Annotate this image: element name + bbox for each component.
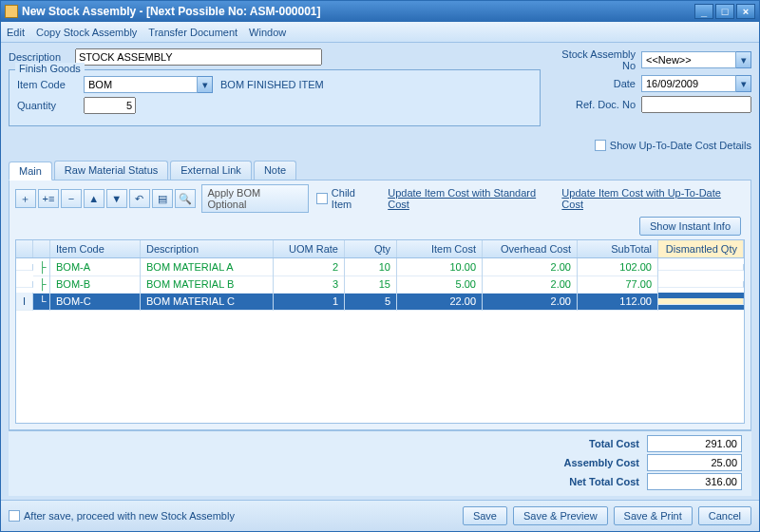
refdoc-label: Ref. Doc. No xyxy=(576,99,636,110)
apply-bom-optional-button[interactable]: Apply BOM Optional xyxy=(201,184,309,213)
col-overhead-cost[interactable]: Overhead Cost xyxy=(483,240,578,257)
menu-copy-stock-assembly[interactable]: Copy Stock Assembly xyxy=(36,27,137,38)
net-total-label: Net Total Cost xyxy=(569,476,639,487)
cell-item-cost[interactable]: 22.00 xyxy=(397,293,483,311)
assembly-no-dropdown[interactable]: ▾ xyxy=(736,51,751,68)
after-save-label: After save, proceed with new Stock Assem… xyxy=(24,510,235,522)
item-code-name: BOM FINISHED ITEM xyxy=(220,79,324,90)
col-dismantled-qty[interactable]: Dismantled Qty xyxy=(658,240,744,257)
col-uom-rate[interactable]: UOM Rate xyxy=(274,240,345,257)
cell-overhead[interactable]: 2.00 xyxy=(483,276,578,294)
description-label: Description xyxy=(9,51,75,63)
insert-row-button[interactable]: +≡ xyxy=(38,189,59,208)
move-down-button[interactable]: ▼ xyxy=(106,189,127,208)
row-selector[interactable]: I xyxy=(16,293,33,311)
cell-item-cost[interactable]: 10.00 xyxy=(397,258,483,276)
assembly-cost-label: Assembly Cost xyxy=(564,457,639,468)
quantity-label: Quantity xyxy=(17,100,84,111)
plus-icon: ＋ xyxy=(20,192,30,206)
add-row-button[interactable]: ＋ xyxy=(15,189,36,208)
cell-description[interactable]: BOM MATERIAL C xyxy=(141,293,274,311)
cancel-button[interactable]: Cancel xyxy=(698,506,751,525)
tab-main[interactable]: Main xyxy=(9,162,52,180)
cell-dismantled[interactable] xyxy=(658,281,744,288)
row-selector[interactable] xyxy=(16,264,33,271)
save-print-button[interactable]: Save & Print xyxy=(614,506,693,525)
minimize-button[interactable]: _ xyxy=(694,4,713,19)
date-input[interactable] xyxy=(641,75,736,92)
cell-item-code[interactable]: BOM-A xyxy=(50,258,141,276)
finish-goods-group: Finish Goods Item Code ▾ BOM FINISHED IT… xyxy=(9,69,541,126)
after-save-checkbox[interactable]: After save, proceed with new Stock Assem… xyxy=(9,510,235,522)
col-qty[interactable]: Qty xyxy=(345,240,397,257)
cell-uom[interactable]: 1 xyxy=(274,293,345,311)
table-row[interactable]: I └ BOM-C BOM MATERIAL C 1 5 22.00 2.00 … xyxy=(16,293,744,310)
finish-goods-legend: Finish Goods xyxy=(15,63,85,74)
footer: After save, proceed with new Stock Assem… xyxy=(1,500,759,531)
cell-uom[interactable]: 3 xyxy=(274,276,345,294)
assembly-no-input[interactable] xyxy=(641,51,736,68)
refdoc-input[interactable] xyxy=(641,96,751,113)
window-title: New Stock Assembly - [Next Possible No: … xyxy=(22,5,694,18)
tab-note[interactable]: Note xyxy=(254,161,296,180)
chevron-down-icon: ▾ xyxy=(202,79,208,91)
date-dropdown[interactable]: ▾ xyxy=(736,75,751,92)
description-input[interactable] xyxy=(75,48,322,66)
grid-toolbar: ＋ +≡ − ▲ ▼ ↶ ▤ 🔍 Apply BOM Optional Chil… xyxy=(10,180,750,217)
remove-row-button[interactable]: − xyxy=(61,189,82,208)
col-subtotal[interactable]: SubTotal xyxy=(578,240,658,257)
cell-item-code[interactable]: BOM-C xyxy=(50,293,141,311)
update-standard-cost-link[interactable]: Update Item Cost with Standard Cost xyxy=(388,187,560,210)
cell-description[interactable]: BOM MATERIAL A xyxy=(141,258,274,276)
update-uptodate-cost-link[interactable]: Update Item Cost with Up-To-Date Cost xyxy=(561,187,745,210)
table-row[interactable]: ├ BOM-A BOM MATERIAL A 2 10 10.00 2.00 1… xyxy=(16,258,744,276)
col-description[interactable]: Description xyxy=(141,240,274,257)
menubar: Edit Copy Stock Assembly Transfer Docume… xyxy=(1,22,759,43)
menu-window[interactable]: Window xyxy=(249,27,286,38)
cell-subtotal[interactable]: 77.00 xyxy=(578,276,658,294)
cell-subtotal[interactable]: 112.00 xyxy=(578,293,658,311)
menu-edit[interactable]: Edit xyxy=(7,27,25,38)
cell-dismantled[interactable] xyxy=(658,264,744,271)
item-code-dropdown[interactable]: ▾ xyxy=(198,76,213,93)
select-all-button[interactable]: ▤ xyxy=(152,189,173,208)
maximize-button[interactable]: □ xyxy=(715,4,734,19)
cell-qty[interactable]: 15 xyxy=(345,276,397,294)
tree-icon: └ xyxy=(33,293,50,311)
tab-raw-material-status[interactable]: Raw Material Status xyxy=(54,161,168,180)
cell-uom[interactable]: 2 xyxy=(274,258,345,276)
row-selector[interactable] xyxy=(16,281,33,288)
app-icon xyxy=(5,5,18,18)
save-button[interactable]: Save xyxy=(463,506,507,525)
cell-item-cost[interactable]: 5.00 xyxy=(397,276,483,294)
assembly-cost-value[interactable] xyxy=(647,454,742,471)
cell-overhead[interactable]: 2.00 xyxy=(483,258,578,276)
col-item-code[interactable]: Item Code xyxy=(50,240,141,257)
total-cost-value xyxy=(647,435,742,452)
col-item-cost[interactable]: Item Cost xyxy=(397,240,483,257)
undo-button[interactable]: ↶ xyxy=(129,189,150,208)
cell-overhead[interactable]: 2.00 xyxy=(483,293,578,311)
find-button[interactable]: 🔍 xyxy=(175,189,196,208)
show-instant-info-button[interactable]: Show Instant Info xyxy=(639,217,741,236)
quantity-input[interactable] xyxy=(84,97,136,114)
close-button[interactable]: × xyxy=(736,4,755,19)
save-preview-button[interactable]: Save & Preview xyxy=(513,506,608,525)
totals-panel: Total Cost Assembly Cost Net Total Cost xyxy=(9,430,751,496)
cell-dismantled[interactable] xyxy=(658,298,744,305)
item-code-input[interactable] xyxy=(84,76,198,93)
show-uptodate-checkbox[interactable]: Show Up-To-Date Cost Details xyxy=(595,140,751,151)
move-up-button[interactable]: ▲ xyxy=(84,189,104,208)
table-row[interactable]: ├ BOM-B BOM MATERIAL B 3 15 5.00 2.00 77… xyxy=(16,276,744,293)
cell-item-code[interactable]: BOM-B xyxy=(50,276,141,294)
menu-transfer-document[interactable]: Transfer Document xyxy=(148,27,238,38)
cell-qty[interactable]: 5 xyxy=(345,293,397,311)
show-uptodate-label: Show Up-To-Date Cost Details xyxy=(610,140,751,151)
cell-subtotal[interactable]: 102.00 xyxy=(578,258,658,276)
tab-external-link[interactable]: External Link xyxy=(170,161,252,180)
cell-description[interactable]: BOM MATERIAL B xyxy=(141,276,274,294)
cell-qty[interactable]: 10 xyxy=(345,258,397,276)
child-item-checkbox[interactable]: Child Item xyxy=(316,187,378,210)
tree-icon: ├ xyxy=(33,276,50,294)
assembly-no-label: Stock Assembly No xyxy=(560,48,636,71)
